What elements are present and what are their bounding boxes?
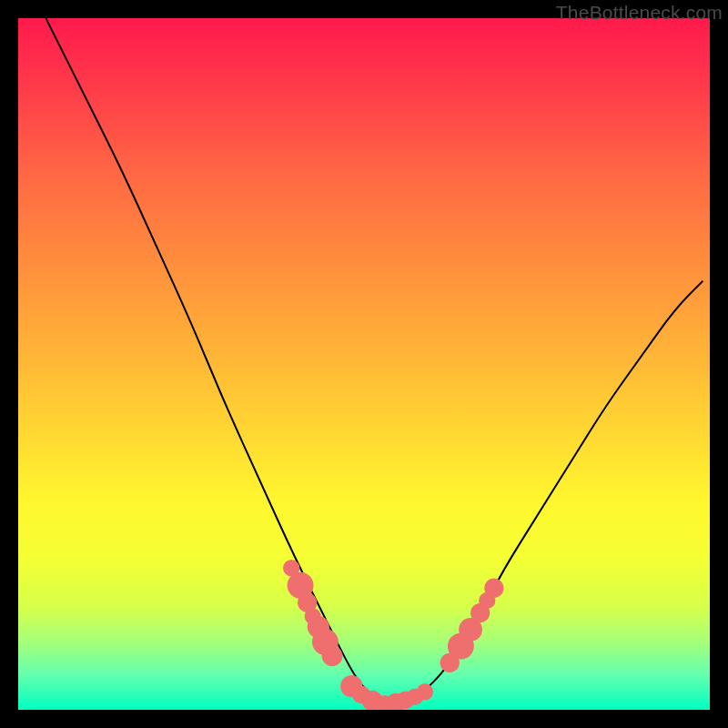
curve-marker xyxy=(417,683,433,700)
curve-markers xyxy=(283,560,503,710)
curve-marker xyxy=(484,579,503,598)
watermark-text: TheBottleneck.com xyxy=(556,2,723,24)
bottleneck-curve xyxy=(46,18,703,703)
plot-svg xyxy=(18,18,710,710)
plot-frame xyxy=(18,18,710,710)
curve-marker xyxy=(322,645,343,666)
